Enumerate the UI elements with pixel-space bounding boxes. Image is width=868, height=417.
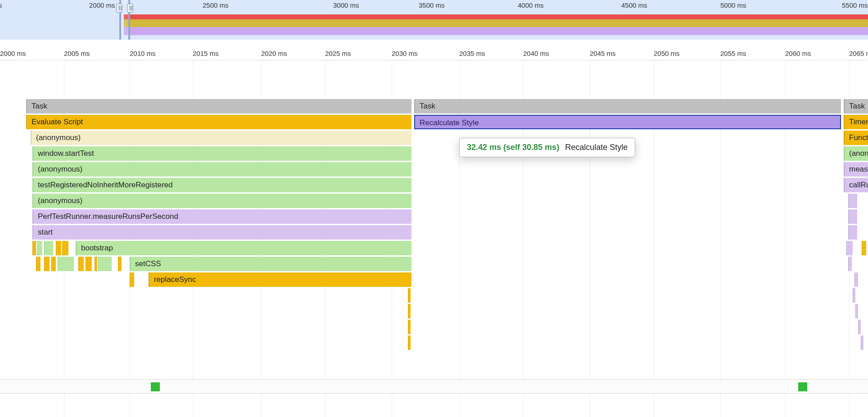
flame-segment[interactable]: [408, 304, 411, 318]
marker-strip: [0, 379, 868, 394]
flame-segment[interactable]: Task: [414, 99, 841, 113]
overview-band-loading: [124, 14, 868, 19]
detail-tick: 2035 ms: [459, 50, 485, 57]
flame-segment[interactable]: Task: [844, 99, 868, 113]
detail-tick: 2065 ms: [849, 50, 868, 57]
flame-segment[interactable]: [44, 241, 53, 255]
overview-tick: 4500 ms: [621, 1, 647, 9]
flame-segment[interactable]: [848, 209, 857, 224]
overview-tick: 3500 ms: [419, 1, 445, 9]
detail-tick: 2000 ms: [0, 50, 26, 57]
flame-segment[interactable]: [86, 257, 92, 271]
flame-segment[interactable]: window.startTest: [32, 146, 411, 161]
tooltip-name: Recalculate Style: [565, 143, 628, 152]
flame-segment[interactable]: PerfTestRunner.measureRunsPerSecond: [32, 209, 411, 224]
overview-tick: 5500 ms: [842, 1, 868, 9]
detail-tick: 2030 ms: [392, 50, 418, 57]
overview-tick: 2500 ms: [203, 1, 229, 9]
flame-segment[interactable]: [51, 257, 56, 271]
flame-segment[interactable]: [32, 241, 36, 255]
flame-segment[interactable]: [130, 272, 134, 287]
flame-segment[interactable]: Evaluate Script: [26, 115, 411, 129]
flame-segment[interactable]: Timer F: [844, 115, 868, 129]
flame-segment[interactable]: [98, 257, 112, 271]
frame-marker[interactable]: [798, 382, 807, 391]
overview-activity: [124, 14, 868, 36]
hover-tooltip: 32.42 ms (self 30.85 ms) Recalculate Sty…: [459, 138, 635, 157]
flame-segment[interactable]: (anonymous): [32, 194, 411, 208]
timeline-overview[interactable]: 0 ms2000 ms2500 ms3000 ms3500 ms4000 ms4…: [0, 0, 868, 40]
detail-tick: 2040 ms: [523, 50, 549, 57]
detail-tick: 2010 ms: [130, 50, 156, 57]
frame-marker[interactable]: [151, 382, 160, 391]
detail-tick: 2055 ms: [720, 50, 746, 57]
tooltip-time: 32.42 ms (self 30.85 ms): [467, 143, 559, 152]
flame-segment[interactable]: [858, 320, 861, 334]
flame-segment[interactable]: bootstrap: [76, 241, 411, 255]
flame-segment[interactable]: [118, 257, 122, 271]
overview-tick: 2000 ms: [89, 1, 115, 9]
flame-segment[interactable]: measu: [844, 162, 868, 177]
flame-segment[interactable]: testRegisteredNoInheritMoreRegistered: [32, 178, 411, 192]
flame-segment[interactable]: start: [32, 225, 411, 240]
flame-segment[interactable]: [408, 288, 411, 303]
flame-segment[interactable]: (anony: [844, 146, 868, 161]
detail-tick: 2020 ms: [261, 50, 287, 57]
flame-segment[interactable]: [848, 225, 857, 240]
overview-tick: 5000 ms: [720, 1, 746, 9]
flame-segment[interactable]: [37, 241, 42, 255]
flame-segment[interactable]: [44, 257, 50, 271]
overview-handle-left[interactable]: [116, 4, 122, 13]
flame-segment[interactable]: [58, 257, 74, 271]
flame-chart[interactable]: TaskTaskTaskEvaluate ScriptRecalculate S…: [26, 99, 868, 351]
flame-segment[interactable]: Functio: [844, 131, 868, 145]
detail-tick: 2015 ms: [193, 50, 219, 57]
flame-segment[interactable]: setCSS: [130, 257, 411, 271]
overview-tick: 4000 ms: [518, 1, 544, 9]
flame-segment[interactable]: (anonymous): [32, 162, 411, 177]
flame-segment[interactable]: [848, 194, 857, 208]
detail-tick: 2025 ms: [325, 50, 351, 57]
flame-segment[interactable]: [861, 335, 863, 350]
flame-segment[interactable]: [78, 257, 84, 271]
flame-segment[interactable]: [62, 241, 68, 255]
flame-segment[interactable]: callRu: [844, 178, 868, 192]
flame-segment[interactable]: [855, 304, 858, 318]
flame-segment[interactable]: replaceSync: [149, 272, 411, 287]
flame-segment[interactable]: [862, 241, 866, 255]
flame-segment[interactable]: [848, 257, 852, 271]
overview-band-scripting: [124, 19, 868, 27]
flame-segment[interactable]: [408, 335, 411, 350]
flame-segment[interactable]: (anonymous): [31, 131, 411, 145]
flame-segment[interactable]: Task: [26, 99, 411, 113]
detail-ruler[interactable]: 2000 ms2005 ms2010 ms2015 ms2020 ms2025 …: [0, 48, 868, 60]
recalculate-style-segment[interactable]: Recalculate Style: [414, 115, 841, 129]
overview-handle-right[interactable]: [127, 4, 133, 13]
overview-tick: 3000 ms: [333, 1, 359, 9]
flame-segment[interactable]: [36, 257, 41, 271]
flame-segment[interactable]: [854, 272, 858, 287]
flame-segment[interactable]: [56, 241, 61, 255]
detail-tick: 2060 ms: [785, 50, 811, 57]
detail-tick: 2005 ms: [64, 50, 90, 57]
overview-band-rendering: [124, 27, 868, 35]
detail-tick: 2045 ms: [590, 50, 616, 57]
flame-segment[interactable]: [846, 241, 853, 255]
flame-segment[interactable]: [853, 288, 855, 303]
flame-segment[interactable]: [408, 320, 411, 334]
overview-tick: 0 ms: [0, 1, 2, 9]
detail-tick: 2050 ms: [654, 50, 680, 57]
flame-segment[interactable]: [95, 257, 97, 271]
